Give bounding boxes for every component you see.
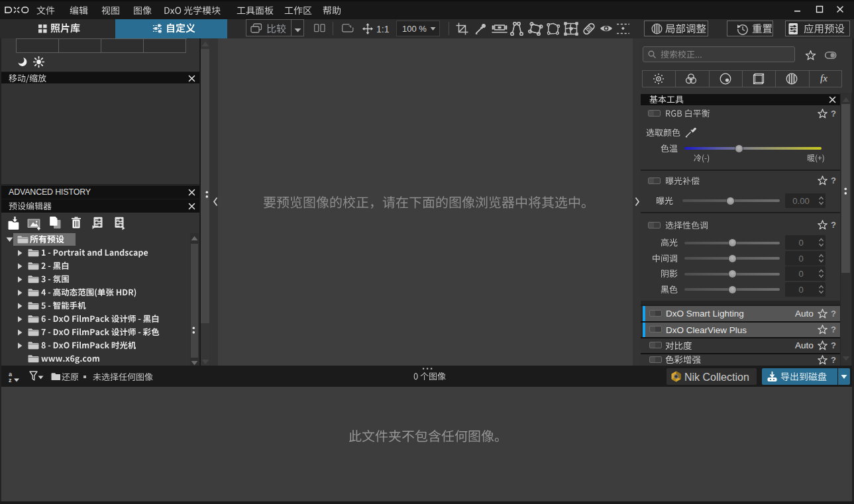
svg-text:z: z [9, 377, 12, 383]
